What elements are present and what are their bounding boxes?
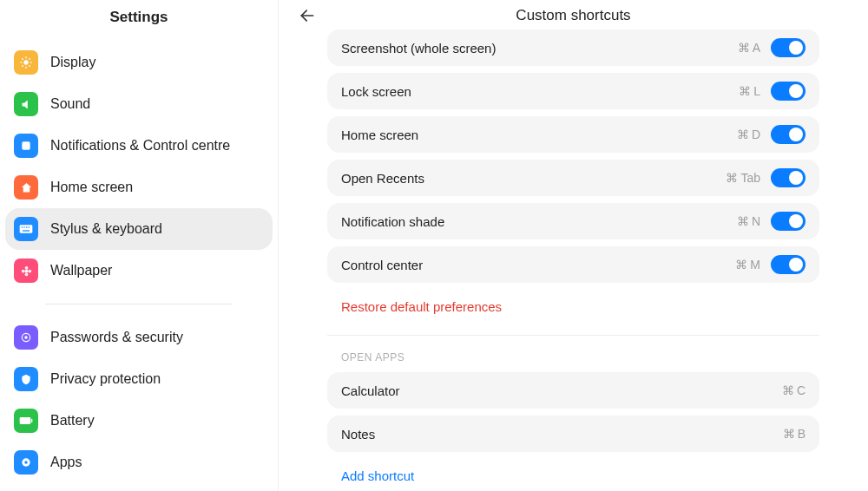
sidebar-item-label: Battery xyxy=(50,413,95,429)
svg-rect-15 xyxy=(23,230,30,231)
add-shortcut-link[interactable]: Add shortcut xyxy=(341,468,414,483)
sidebar-item-display[interactable]: Display xyxy=(5,42,273,83)
sidebar-item-label: Sound xyxy=(50,96,90,112)
shortcut-keys: ⌘C xyxy=(782,383,806,397)
svg-point-0 xyxy=(23,60,28,64)
toggle-switch[interactable] xyxy=(771,255,806,274)
shortcut-row-screenshot[interactable]: Screenshot (whole screen) ⌘A xyxy=(327,29,819,66)
svg-line-5 xyxy=(22,58,23,59)
open-apps-header: OPEN APPS xyxy=(327,351,819,372)
sidebar-item-sound[interactable]: Sound xyxy=(5,83,273,125)
app-shortcut-row-notes[interactable]: Notes ⌘B xyxy=(327,416,819,452)
shortcut-keys: ⌘M xyxy=(735,258,760,272)
sidebar-item-label: Privacy protection xyxy=(50,371,161,387)
shortcut-label: Notification shade xyxy=(341,214,737,229)
shortcut-row-home-screen[interactable]: Home screen ⌘D xyxy=(327,116,819,153)
main-header: Custom shortcuts xyxy=(279,0,868,26)
shortcut-keys: ⌘L xyxy=(739,84,760,98)
sidebar-item-passwords-security[interactable]: Passwords & security xyxy=(5,317,273,358)
shortcut-label: Open Recents xyxy=(341,171,726,186)
command-icon: ⌘ xyxy=(739,84,751,98)
sidebar-item-label: Home screen xyxy=(50,180,133,195)
shortcut-keys: ⌘N xyxy=(737,214,760,228)
svg-line-6 xyxy=(29,65,30,66)
command-icon: ⌘ xyxy=(782,383,794,397)
sidebar-item-apps[interactable]: Apps xyxy=(5,442,273,483)
svg-line-8 xyxy=(29,58,30,59)
svg-rect-10 xyxy=(20,225,33,232)
svg-point-19 xyxy=(21,269,24,272)
command-icon: ⌘ xyxy=(737,214,749,228)
page-title: Custom shortcuts xyxy=(279,7,868,24)
svg-rect-24 xyxy=(31,419,32,422)
command-icon: ⌘ xyxy=(735,258,747,272)
svg-rect-23 xyxy=(20,417,31,424)
back-button[interactable] xyxy=(293,1,322,30)
sidebar-item-label: Display xyxy=(50,55,95,70)
sun-icon xyxy=(14,50,38,75)
shortcut-label: Calculator xyxy=(341,383,782,398)
shortcut-label: Control center xyxy=(341,258,735,272)
shortcut-label: Screenshot (whole screen) xyxy=(341,41,738,56)
svg-point-17 xyxy=(24,265,28,269)
command-icon: ⌘ xyxy=(737,128,749,141)
sidebar-item-label: Notifications & Control centre xyxy=(50,138,230,154)
section-divider xyxy=(327,335,819,336)
command-icon: ⌘ xyxy=(783,427,795,441)
keyboard-icon xyxy=(14,217,38,241)
sidebar-item-battery[interactable]: Battery xyxy=(5,400,273,442)
apps-icon xyxy=(14,450,38,475)
sidebar-divider xyxy=(45,304,233,304)
toggle-switch[interactable] xyxy=(771,82,806,101)
sidebar-item-label: Apps xyxy=(50,455,82,470)
shortcut-row-lock-screen[interactable]: Lock screen ⌘L xyxy=(327,73,819,109)
shortcut-row-notification-shade[interactable]: Notification shade ⌘N xyxy=(327,203,819,239)
sidebar-item-home-screen[interactable]: Home screen xyxy=(5,167,273,208)
battery-icon xyxy=(14,409,38,433)
sidebar-item-notifications[interactable]: Notifications & Control centre xyxy=(5,125,273,167)
sidebar-item-wallpaper[interactable]: Wallpaper xyxy=(5,250,273,291)
app-shortcut-row-calculator[interactable]: Calculator ⌘C xyxy=(327,372,819,409)
sidebar-item-label: Stylus & keyboard xyxy=(50,221,162,237)
shield-icon xyxy=(14,325,38,350)
toggle-switch[interactable] xyxy=(771,168,806,187)
shortcut-row-open-recents[interactable]: Open Recents ⌘Tab xyxy=(327,160,819,196)
shortcut-label: Lock screen xyxy=(341,84,739,99)
sidebar-item-stylus-keyboard[interactable]: Stylus & keyboard xyxy=(5,208,273,250)
command-icon: ⌘ xyxy=(726,171,738,185)
sidebar-item-label: Wallpaper xyxy=(50,263,112,278)
svg-point-26 xyxy=(24,461,28,464)
shortcut-keys: ⌘Tab xyxy=(726,171,760,185)
sidebar-item-label: Passwords & security xyxy=(50,330,183,345)
shortcut-row-control-center[interactable]: Control center ⌘M xyxy=(327,246,819,283)
sidebar-item-privacy[interactable]: Privacy protection xyxy=(5,358,273,400)
shortcut-label: Notes xyxy=(341,427,783,442)
svg-rect-11 xyxy=(22,226,23,227)
shortcut-label: Home screen xyxy=(341,128,737,142)
svg-rect-14 xyxy=(29,226,30,227)
toggle-switch[interactable] xyxy=(771,125,806,144)
home-icon xyxy=(14,175,38,200)
shortcut-keys: ⌘A xyxy=(738,41,760,55)
svg-point-20 xyxy=(28,269,31,272)
sidebar-title: Settings xyxy=(5,0,273,42)
shortcut-keys: ⌘D xyxy=(737,128,760,141)
svg-line-7 xyxy=(22,65,23,66)
svg-rect-12 xyxy=(23,226,24,227)
restore-defaults-link[interactable]: Restore default preferences xyxy=(341,299,502,314)
svg-rect-9 xyxy=(22,141,30,149)
toggle-switch[interactable] xyxy=(771,38,806,57)
bell-icon xyxy=(14,134,38,158)
shortcut-keys: ⌘B xyxy=(783,427,806,441)
settings-sidebar: Settings Display Sound Notifications & C… xyxy=(0,0,278,491)
svg-point-22 xyxy=(24,336,28,339)
svg-rect-13 xyxy=(26,226,27,227)
svg-point-18 xyxy=(24,272,28,276)
svg-point-16 xyxy=(24,269,28,272)
flower-icon xyxy=(14,259,38,283)
privacy-icon xyxy=(14,367,38,391)
main-panel: Custom shortcuts Screenshot (whole scree… xyxy=(279,0,868,491)
speaker-icon xyxy=(14,92,38,116)
toggle-switch[interactable] xyxy=(771,212,806,231)
command-icon: ⌘ xyxy=(738,41,750,55)
